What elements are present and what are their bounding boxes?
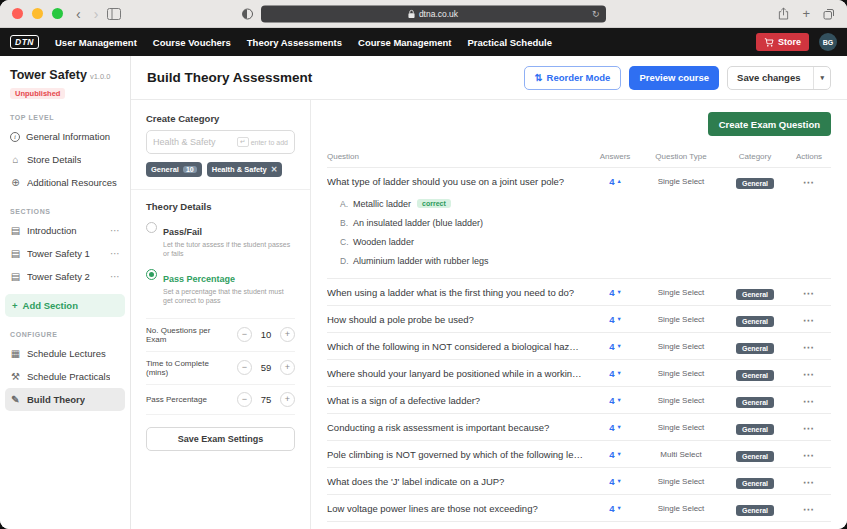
create-category-label: Create Category <box>146 113 295 124</box>
nav-item-theory-assessments[interactable]: Theory Assessments <box>247 37 342 48</box>
row-actions-button[interactable]: ⋯ <box>787 310 831 328</box>
back-button[interactable]: ‹ <box>76 7 81 21</box>
status-badge: Unpublished <box>10 88 65 99</box>
question-text: When using a ladder what is the first th… <box>327 287 591 298</box>
privacy-report-icon[interactable] <box>242 8 253 19</box>
category-tag-general[interactable]: General 10 <box>146 162 202 177</box>
pass-fail-radio-row[interactable]: Pass/Fail Let the tutor assess if the st… <box>146 221 295 259</box>
sidebar-item-tower-safety-1[interactable]: ▤ Tower Safety 1 ⋯ <box>5 242 125 265</box>
row-actions-button[interactable]: ⋯ <box>787 391 831 409</box>
create-exam-question-button[interactable]: Create Exam Question <box>708 112 831 136</box>
save-exam-settings-button[interactable]: Save Exam Settings <box>146 427 295 451</box>
row-actions-button[interactable]: ⋯ <box>787 172 831 190</box>
reorder-mode-button[interactable]: ⇅ Reorder Mode <box>524 66 622 90</box>
answers-toggle[interactable]: 4 ▾ <box>591 395 639 406</box>
increment-button[interactable]: + <box>280 392 295 407</box>
answers-toggle[interactable]: 4 ▾ <box>591 503 639 514</box>
answers-toggle[interactable]: 4 ▾ <box>591 287 639 298</box>
answers-toggle[interactable]: 4 ▾ <box>591 314 639 325</box>
preview-course-button[interactable]: Preview course <box>629 66 719 90</box>
nav-item-user-management[interactable]: User Management <box>55 37 137 48</box>
sidebar-toggle-icon[interactable] <box>107 8 121 20</box>
answer-option: A.Metallic laddercorrect <box>340 194 831 213</box>
radio-unselected-icon[interactable] <box>146 222 157 233</box>
answers-caret-icon: ▾ <box>618 288 621 296</box>
sidebar-item-additional-resources[interactable]: ⊕ Additional Resources <box>5 171 125 194</box>
answer-option-text: Wooden ladder <box>353 237 414 247</box>
decrement-button[interactable]: − <box>237 392 252 407</box>
save-dropdown-button[interactable]: ▾ <box>813 67 830 89</box>
question-row: Pole climbing is NOT governed by which o… <box>327 441 831 468</box>
row-actions-button[interactable]: ⋯ <box>787 364 831 382</box>
question-text: Which of the following in NOT considered… <box>327 341 591 352</box>
sidebar-item-introduction[interactable]: ▤ Introduction ⋯ <box>5 219 125 242</box>
zoom-window-button[interactable] <box>52 8 63 19</box>
share-icon[interactable] <box>778 7 789 20</box>
sidebar-item-store-details[interactable]: ⌂ Store Details <box>5 148 125 171</box>
remove-tag-icon[interactable]: ✕ <box>271 166 278 174</box>
answer-option: C.Wooden ladder <box>340 232 831 251</box>
course-title: Tower Safety v1.0.0 <box>10 68 120 82</box>
info-icon: i <box>10 132 20 142</box>
store-button[interactable]: Store <box>756 33 809 51</box>
row-actions-button[interactable]: ⋯ <box>787 337 831 355</box>
page-header: Build Theory Assessment ⇅ Reorder Mode P… <box>131 56 847 100</box>
top-level-group-label: TOP LEVEL <box>10 114 120 121</box>
increment-button[interactable]: + <box>280 360 295 375</box>
row-actions-button[interactable]: ⋯ <box>787 418 831 436</box>
new-tab-icon[interactable]: + <box>802 7 810 20</box>
reload-icon[interactable]: ↻ <box>592 9 600 19</box>
answers-toggle[interactable]: 4 ▾ <box>591 476 639 487</box>
sidebar-item-schedule-practicals[interactable]: ⚒ Schedule Practicals <box>5 365 125 388</box>
section-menu-icon[interactable]: ⋯ <box>110 271 120 282</box>
row-actions-button[interactable]: ⋯ <box>787 283 831 301</box>
nav-item-course-management[interactable]: Course Management <box>358 37 451 48</box>
answers-toggle[interactable]: 4 ▾ <box>591 422 639 433</box>
increment-button[interactable]: + <box>280 327 295 342</box>
question-type: Single Select <box>639 423 723 432</box>
section-menu-icon[interactable]: ⋯ <box>110 225 120 236</box>
sidebar-item-schedule-lectures[interactable]: ▦ Schedule Lectures <box>5 342 125 365</box>
row-actions-button[interactable]: ⋯ <box>787 499 831 517</box>
sidebar-item-build-theory[interactable]: ✎ Build Theory <box>5 388 125 411</box>
answers-toggle[interactable]: 4 ▾ <box>591 449 639 460</box>
nav-item-practical-schedule[interactable]: Practical Schedule <box>467 37 551 48</box>
decrement-button[interactable]: − <box>237 360 252 375</box>
answers-count: 4 <box>609 341 614 352</box>
forward-button[interactable]: › <box>94 7 99 21</box>
column-header-question-type: Question Type <box>639 152 723 161</box>
category-badge: General <box>736 343 774 354</box>
user-avatar[interactable]: BG <box>819 33 837 51</box>
enter-key-icon: ↵ <box>237 137 248 147</box>
answers-caret-icon: ▾ <box>618 315 621 323</box>
answers-toggle[interactable]: 4 ▴ <box>591 176 639 187</box>
tab-overview-icon[interactable] <box>823 8 835 20</box>
address-bar[interactable]: dtna.co.uk ↻ <box>261 5 606 22</box>
minimize-window-button[interactable] <box>32 8 43 19</box>
sidebar-item-tower-safety-2[interactable]: ▤ Tower Safety 2 ⋯ <box>5 265 125 288</box>
enter-hint: ↵ enter to add <box>237 137 288 147</box>
sidebar-item-general-information[interactable]: i General Information <box>5 125 125 148</box>
question-type: Single Select <box>639 288 723 297</box>
answers-toggle[interactable]: 4 ▾ <box>591 341 639 352</box>
radio-selected-icon[interactable] <box>146 269 157 280</box>
save-changes-button[interactable]: Save changes ▾ <box>727 66 831 90</box>
answers-toggle[interactable]: 4 ▾ <box>591 368 639 379</box>
decrement-button[interactable]: − <box>237 327 252 342</box>
close-window-button[interactable] <box>12 8 23 19</box>
section-menu-icon[interactable]: ⋯ <box>110 248 120 259</box>
column-header-answers: Answers <box>591 152 639 161</box>
time-to-complete-value: 59 <box>259 362 273 373</box>
row-actions-button[interactable]: ⋯ <box>787 445 831 463</box>
answer-options-list: A.Metallic laddercorrectB.An insulated l… <box>327 194 831 278</box>
question-row: What is a sign of a defective ladder? 4 … <box>327 387 831 414</box>
question-row: Where should your lanyard be positioned … <box>327 360 831 387</box>
add-section-button[interactable]: + Add Section <box>5 294 125 317</box>
question-type: Single Select <box>639 342 723 351</box>
row-actions-button[interactable]: ⋯ <box>787 472 831 490</box>
category-input[interactable] <box>153 137 233 147</box>
nav-item-course-vouchers[interactable]: Course Vouchers <box>153 37 231 48</box>
category-tag-health-safety[interactable]: Health & Safety ✕ <box>207 162 283 177</box>
question-row: What type of ladder should you use on a … <box>327 168 831 279</box>
pass-percentage-radio-row[interactable]: Pass Percentage Set a percentage that th… <box>146 268 295 306</box>
